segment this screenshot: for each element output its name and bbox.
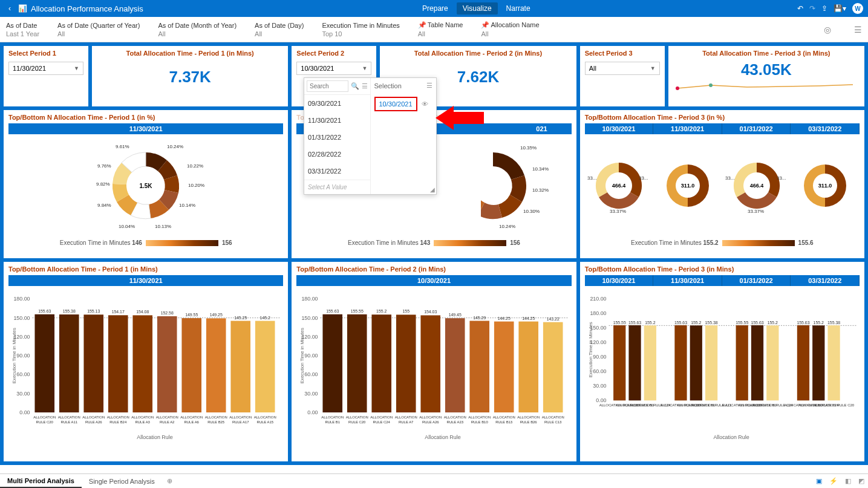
svg-text:RULE B10: RULE B10 bbox=[471, 420, 489, 424]
sheet-tabs: Multi Period Analysis Single Period Anal… bbox=[0, 473, 868, 488]
svg-text:90.00: 90.00 bbox=[593, 354, 606, 360]
svg-text:0.00: 0.00 bbox=[596, 397, 606, 403]
filter-quarter[interactable]: As of Date (Quarter of Year)All bbox=[57, 22, 140, 37]
svg-text:154.17: 154.17 bbox=[112, 310, 125, 314]
svg-text:155.55: 155.55 bbox=[351, 309, 364, 313]
svg-rect-143 bbox=[644, 325, 656, 400]
bar-period-3: Top/Bottom Allocation Time - Period 3 (i… bbox=[580, 262, 864, 461]
select-period-1-card: Select Period 1 11/30/2021▼ bbox=[4, 46, 88, 106]
svg-text:154.03: 154.03 bbox=[424, 310, 437, 314]
svg-text:311.0: 311.0 bbox=[681, 183, 695, 189]
dropdown-option[interactable]: 11/30/2021 bbox=[304, 112, 370, 129]
bar-chart-p1: 0.0030.0060.0090.00120.00150.00180.00155… bbox=[8, 286, 283, 443]
svg-text:155.55: 155.55 bbox=[613, 320, 625, 325]
svg-text:155.38: 155.38 bbox=[705, 320, 717, 325]
selected-value[interactable]: 10/30/2021 bbox=[374, 97, 417, 111]
add-sheet-button[interactable]: ⊕ bbox=[162, 475, 177, 487]
period-2-dropdown[interactable]: 10/30/2021▼ bbox=[296, 62, 371, 75]
dropdown-option[interactable]: 03/31/2022 bbox=[304, 163, 370, 180]
svg-text:90.00: 90.00 bbox=[305, 353, 318, 359]
svg-text:33...: 33... bbox=[725, 175, 735, 181]
bar-chart-p3: 0.0030.0060.0090.00120.00150.00180.00210… bbox=[585, 286, 860, 443]
menu-icon[interactable]: ☰ bbox=[854, 25, 862, 34]
filter-tablename[interactable]: 📌Table NameAll bbox=[418, 21, 463, 37]
svg-text:RULE B24: RULE B24 bbox=[109, 420, 127, 424]
svg-text:RULE B25: RULE B25 bbox=[207, 420, 225, 424]
svg-text:154.08: 154.08 bbox=[136, 310, 149, 314]
svg-text:90.00: 90.00 bbox=[16, 353, 30, 359]
dropdown-search-input[interactable] bbox=[307, 80, 348, 92]
legend-p1: Execution Time in Minutes 146156 bbox=[8, 237, 283, 249]
svg-text:RULE B26: RULE B26 bbox=[520, 420, 538, 424]
flash-icon[interactable]: ⚡ bbox=[826, 477, 841, 485]
svg-rect-152 bbox=[705, 325, 717, 400]
period-1-dropdown[interactable]: 11/30/2021▼ bbox=[8, 62, 83, 75]
donut-chart-p1: 1.5K 10.24% 10.22% 10.20% 10.14% 10.13% … bbox=[79, 137, 212, 234]
back-button[interactable]: ‹ bbox=[5, 4, 15, 13]
avatar[interactable]: W bbox=[852, 3, 863, 14]
svg-text:RULE A3: RULE A3 bbox=[135, 420, 151, 424]
bar-chart-p2: 0.0030.0060.0090.00120.00150.00180.00155… bbox=[296, 286, 571, 443]
svg-text:33...: 33... bbox=[639, 175, 648, 181]
svg-rect-98 bbox=[396, 314, 416, 412]
period-3-dropdown[interactable]: All▼ bbox=[585, 62, 660, 75]
redo-icon[interactable]: ↷ bbox=[809, 4, 815, 13]
select-period-2-label: Select Period 2 bbox=[296, 50, 371, 57]
donut-p3-4: 311.0 bbox=[795, 155, 855, 216]
svg-text:10.35%: 10.35% bbox=[520, 145, 537, 151]
filter-day[interactable]: As of Date (Day)All bbox=[255, 22, 304, 37]
dropdown-hint: Select A Value bbox=[304, 180, 370, 194]
svg-rect-146 bbox=[674, 325, 687, 400]
tab-single-period[interactable]: Single Period Analysis bbox=[82, 475, 162, 487]
dropdown-option[interactable]: 02/28/2022 bbox=[304, 146, 370, 163]
svg-text:0.00: 0.00 bbox=[19, 409, 30, 415]
donut-p3-2: 311.0 bbox=[658, 155, 718, 216]
filter-month[interactable]: As of Date (Month of Year)All bbox=[158, 22, 237, 37]
panel-right-icon[interactable]: ◩ bbox=[855, 477, 868, 485]
svg-text:Allocation Rule: Allocation Rule bbox=[713, 434, 749, 440]
list-icon[interactable]: ☰ bbox=[362, 82, 368, 90]
tab-multi-period[interactable]: Multi Period Analysis bbox=[0, 475, 82, 488]
svg-rect-68 bbox=[230, 321, 250, 412]
svg-rect-140 bbox=[628, 325, 641, 400]
tab-visualize[interactable]: Visualize bbox=[457, 2, 498, 15]
filter-exectime[interactable]: Execution Time in MinutesTop 10 bbox=[322, 22, 399, 37]
focus-icon[interactable]: ▣ bbox=[812, 477, 826, 485]
kpi-3-title: Total Allocation Time - Period 3 (in Min… bbox=[673, 50, 860, 57]
svg-text:ALLOCATION: ALLOCATION bbox=[322, 415, 344, 419]
svg-rect-114 bbox=[494, 322, 514, 412]
refresh-icon[interactable]: ◎ bbox=[824, 25, 831, 34]
save-icon[interactable]: 💾▾ bbox=[834, 4, 846, 13]
undo-icon[interactable]: ↶ bbox=[797, 4, 803, 13]
eye-icon[interactable]: 👁 bbox=[422, 100, 428, 108]
svg-text:60.00: 60.00 bbox=[305, 371, 318, 377]
svg-rect-40 bbox=[59, 314, 79, 412]
filter-asofdate[interactable]: As of DateLast 1 Year bbox=[6, 22, 39, 37]
tab-narrate[interactable]: Narrate bbox=[500, 2, 537, 15]
svg-rect-86 bbox=[323, 314, 343, 412]
svg-rect-164 bbox=[797, 325, 809, 400]
tab-prepare[interactable]: Prepare bbox=[416, 2, 454, 15]
filter-allocname[interactable]: 📌Allocation NameAll bbox=[481, 21, 539, 37]
svg-text:33...: 33... bbox=[777, 175, 786, 181]
topbar-actions: ↶ ↷ ⇪ 💾▾ W bbox=[797, 3, 863, 14]
svg-rect-102 bbox=[421, 315, 441, 412]
bar-period-2: Top/Bottom Allocation Time - Period 2 (i… bbox=[292, 262, 576, 461]
selection-header: Selection bbox=[374, 82, 402, 89]
svg-text:144.25: 144.25 bbox=[498, 316, 511, 320]
resize-handle[interactable]: ◢ bbox=[430, 186, 435, 193]
svg-point-0 bbox=[676, 86, 679, 90]
export-icon[interactable]: ⇪ bbox=[821, 4, 827, 13]
svg-rect-122 bbox=[543, 322, 563, 412]
svg-text:155.63: 155.63 bbox=[38, 309, 51, 313]
svg-text:30.00: 30.00 bbox=[305, 391, 318, 397]
list-icon[interactable]: ☰ bbox=[426, 82, 432, 89]
panel-left-icon[interactable]: ◧ bbox=[841, 477, 855, 485]
search-icon[interactable]: 🔍 bbox=[351, 82, 359, 90]
svg-text:155.2: 155.2 bbox=[691, 320, 701, 325]
svg-rect-94 bbox=[372, 314, 392, 412]
donut-period-3: Top/Bottom Allocation Time - Period 3 (i… bbox=[580, 110, 864, 258]
dropdown-option[interactable]: 09/30/2021 bbox=[304, 95, 370, 112]
svg-rect-149 bbox=[690, 325, 702, 400]
dropdown-option[interactable]: 01/31/2022 bbox=[304, 129, 370, 146]
